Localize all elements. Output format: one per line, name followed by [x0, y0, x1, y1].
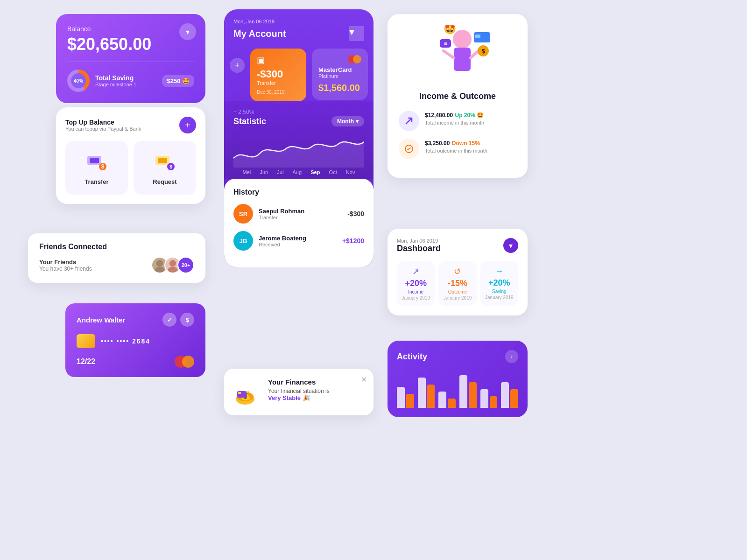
history-item-2: JB Jerome Boateng Received +$1200 [233, 231, 364, 251]
income-stat-label: Income [402, 289, 430, 294]
svg-point-10 [169, 260, 176, 266]
activity-header: Activity › [397, 350, 518, 363]
topup-title: Top Up Balance [65, 119, 141, 126]
bar-group-6 [501, 382, 518, 408]
bar-white-1 [397, 387, 405, 408]
chip-row: •••• •••• 2684 [77, 334, 194, 348]
history-amount-2: +$1200 [342, 237, 364, 245]
dashboard-stats: ↗ +20% Income January 2019 ↺ -15% Outcom… [397, 261, 518, 306]
activity-bars [397, 371, 518, 408]
history-section: History SR Saepul Rohman Transfer -$300 … [224, 179, 374, 267]
plus-button[interactable]: + [179, 117, 196, 133]
finances-close-button[interactable]: ✕ [361, 375, 367, 384]
card-expiry-row: 12/22 [77, 356, 194, 368]
history-avatar-sr: SR [233, 204, 253, 224]
dashboard-date: Mon, Jan 06 2019 [397, 238, 441, 244]
saving-stat-month: January 2019 [485, 295, 514, 300]
history-type-2: Received [259, 242, 337, 247]
transfer-icon: $ [85, 150, 108, 174]
history-title: History [233, 188, 364, 196]
mastercard-logo [175, 356, 194, 368]
bar-white-4 [459, 375, 467, 408]
transfer-card-label: Transfer [257, 80, 300, 86]
bar-group-2 [418, 378, 435, 408]
month-button[interactable]: Month ▾ [331, 116, 364, 126]
dashboard-chevron[interactable]: ▾ [503, 238, 518, 253]
outcome-label: Total outcome in this month [425, 148, 487, 154]
mastercard-amount: $1,560.00 [318, 83, 361, 93]
saving-stat-label: Saving [485, 289, 514, 294]
mastercard-card: MasterCard Platinum $1,560.00 [312, 49, 368, 100]
wave-labels: Mei Jun Jul Aug Sep Oct Nov [233, 168, 364, 179]
add-account-button[interactable]: + [230, 58, 245, 73]
income-arrow-icon [399, 111, 419, 131]
income-row: $12,480.00 Up 20% 🤩 Total income in this… [399, 111, 516, 131]
svg-rect-22 [475, 35, 480, 38]
transfer-item[interactable]: $ Transfer [65, 141, 128, 195]
friends-sub: You have 30+ friends [39, 266, 92, 272]
bar-group-5 [480, 389, 498, 408]
svg-point-8 [156, 260, 163, 266]
income-amount: $12,480.00 Up 20% 🤩 [425, 111, 484, 119]
outcome-amount: $3,250.00 Down 15% [425, 139, 487, 147]
svg-point-11 [168, 267, 177, 273]
dollar-icon: $ [180, 313, 194, 327]
saving-amount: $250 🤩 [162, 75, 194, 87]
history-name-1: Saepul Rohman [259, 208, 342, 215]
svg-rect-5 [158, 158, 167, 163]
chip-icon [77, 334, 95, 348]
income-stat-icon: ↗ [402, 266, 430, 277]
outcome-stat-month: January 2019 [443, 295, 472, 301]
activity-chevron[interactable]: › [505, 350, 518, 363]
bar-white-2 [418, 378, 426, 408]
finances-title: Your Finances [268, 378, 330, 386]
card-holder-name: Andrew Walter ✓ $ [77, 313, 194, 327]
account-card: Mon, Jan 06 2019 My Account ▾ + ▣ -$300 … [224, 9, 374, 267]
card-icon: ▣ [257, 55, 300, 65]
account-title: My Account ▾ [233, 26, 364, 41]
outcome-row: $3,250.00 Down 15% Total outcome in this… [399, 139, 516, 159]
finances-card: ✕ 💰 Your Finances Your financial situati… [224, 369, 374, 415]
outcome-stat-icon: ↺ [443, 266, 472, 277]
svg-point-9 [155, 267, 164, 273]
svg-text:$: $ [482, 48, 485, 55]
svg-text:$: $ [169, 164, 172, 169]
income-illustration: $ ≡ 🤩 [399, 25, 516, 87]
stat-title: Statistic Month ▾ [233, 116, 364, 126]
history-type-1: Transfer [259, 215, 342, 220]
svg-text:≡: ≡ [444, 40, 447, 47]
request-item[interactable]: $ Request [134, 141, 196, 195]
friends-avatars: 20+ [151, 257, 194, 273]
history-amount-1: -$300 [347, 210, 364, 217]
mastercard-name: MasterCard [318, 66, 361, 73]
topup-sub: You can topup via Paypal & Bank [65, 126, 141, 132]
request-label: Request [141, 178, 189, 185]
history-item-1: SR Saepul Rohman Transfer -$300 [233, 204, 364, 224]
saving-donut: 40% [67, 70, 90, 92]
bar-orange-6 [510, 389, 518, 408]
friends-card: Friends Connected Your Friends You have … [28, 233, 205, 283]
outcome-stat-value: -15% [443, 279, 472, 288]
dashboard-title: Dashboard [397, 244, 441, 253]
chevron-button[interactable]: ▾ [179, 23, 196, 40]
saving-stat-value: +20% [485, 278, 514, 288]
saving-sub: Stage milestone 1 [95, 82, 156, 87]
transfer-card: ▣ -$300 Transfer Dec 30, 2019 [250, 49, 306, 101]
finances-status: Very Stable 🎉 [268, 394, 330, 401]
wave-chart [233, 130, 364, 168]
income-stat-value: +20% [402, 279, 430, 288]
activity-card: Activity › [388, 341, 528, 417]
friends-label: Your Friends [39, 259, 92, 266]
friends-count: 20+ [177, 257, 194, 273]
income-stat-month: January 2019 [402, 295, 430, 301]
stat-saving: → +20% Saving January 2019 [480, 261, 518, 306]
finances-sub: Your financial situation is [268, 388, 330, 394]
mastercard-type: Platinum [318, 73, 361, 79]
bar-orange-3 [448, 399, 456, 408]
stat-pct: + 2.50% [233, 109, 364, 115]
bar-group-4 [459, 375, 477, 408]
transfer-label: Transfer [73, 178, 120, 185]
account-chevron[interactable]: ▾ [349, 26, 364, 41]
dashboard-header: Mon, Jan 06 2019 Dashboard ▾ [397, 238, 518, 253]
svg-rect-18 [454, 48, 471, 71]
